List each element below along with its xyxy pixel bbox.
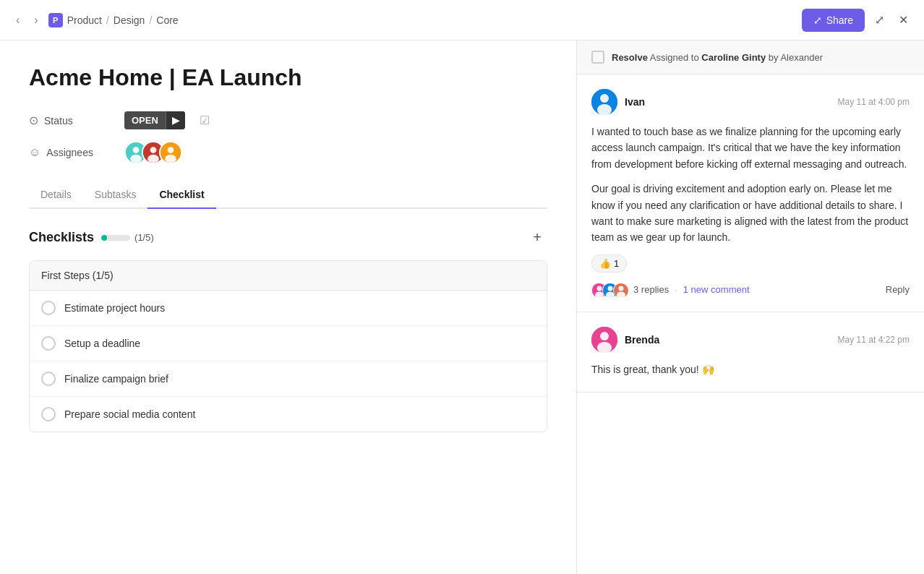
svg-point-8 — [165, 155, 176, 163]
share-label: Share — [826, 14, 853, 26]
ivan-reaction[interactable]: 👍 1 — [591, 254, 627, 273]
svg-point-4 — [150, 147, 157, 154]
breadcrumb-app-icon: P — [48, 13, 63, 27]
topbar: ‹ › P Product / Design / Core ⤢ Share ⤢ … — [0, 0, 924, 40]
ivan-name: Ivan — [625, 96, 645, 108]
status-label: ⊙ Status — [29, 113, 116, 127]
status-row: ⊙ Status OPEN ▶ ☑ — [29, 111, 547, 129]
breadcrumb-product[interactable]: Product — [67, 14, 102, 26]
checklist-item-1-text: Estimate project hours — [64, 302, 165, 314]
svg-point-2 — [130, 155, 142, 163]
checklist-item-1: Estimate project hours — [30, 291, 547, 326]
resolve-by-text: by — [769, 52, 781, 63]
status-badge[interactable]: OPEN ▶ — [124, 111, 185, 129]
comment-ivan-author: Ivan — [591, 89, 645, 115]
check-circle-3[interactable] — [41, 372, 56, 386]
person-icon: ☺ — [29, 146, 40, 159]
tab-details[interactable]: Details — [29, 181, 83, 209]
ivan-time: May 11 at 4:00 pm — [838, 97, 910, 107]
check-circle-4[interactable] — [41, 407, 56, 421]
resolve-assigner: Alexander — [780, 52, 823, 63]
share-button[interactable]: ⤢ Share — [802, 9, 865, 32]
checklist-item-3: Finalize campaign brief — [30, 361, 547, 397]
resolve-bar: Resolve Assigned to Caroline Ginty by Al… — [577, 40, 924, 74]
add-checklist-button[interactable]: + — [527, 226, 547, 249]
brenda-body: This is great, thank you! 🙌 — [591, 361, 910, 377]
ivan-avatar — [591, 89, 617, 115]
checklist-item-3-text: Finalize campaign brief — [64, 373, 168, 385]
dot-separator: · — [675, 284, 677, 295]
new-comment-link[interactable]: 1 new comment — [683, 284, 750, 295]
progress-bar — [101, 235, 130, 241]
topbar-left: ‹ › P Product / Design / Core — [12, 11, 179, 30]
close-icon: ✕ — [899, 14, 908, 26]
svg-point-19 — [619, 286, 624, 291]
avatar-3[interactable] — [159, 141, 182, 164]
breadcrumb-sep-2: / — [149, 14, 152, 26]
expand-button[interactable]: ⤢ — [870, 9, 889, 31]
brenda-time: May 11 at 4:22 pm — [838, 335, 910, 345]
checklist-item-2-text: Setup a deadline — [64, 338, 140, 349]
status-check-icon[interactable]: ☑ — [200, 113, 210, 127]
comment-brenda-header: Brenda May 11 at 4:22 pm — [591, 327, 910, 353]
comment-brenda: Brenda May 11 at 4:22 pm This is great, … — [577, 312, 924, 393]
tab-subtasks[interactable]: Subtasks — [83, 181, 148, 209]
brenda-para-1: This is great, thank you! 🙌 — [591, 361, 910, 377]
comment-ivan-header: Ivan May 11 at 4:00 pm — [591, 89, 910, 115]
share-icon: ⤢ — [813, 14, 822, 26]
resolve-label: Resolve — [612, 52, 648, 63]
progress-label: (1/5) — [134, 232, 154, 243]
ivan-footer: 3 replies · 1 new comment Reply — [591, 283, 910, 297]
resolve-assigned-text: Assigned to — [650, 52, 702, 63]
comment-ivan: Ivan May 11 at 4:00 pm I wanted to touch… — [577, 74, 924, 312]
ivan-para-1: I wanted to touch base as we finalize pl… — [591, 124, 910, 172]
check-circle-1[interactable] — [41, 301, 56, 315]
task-title: Acme Home | EA Launch — [29, 64, 547, 91]
resolve-text: Resolve Assigned to Caroline Ginty by Al… — [612, 52, 823, 63]
checklist-item-4: Prepare social media content — [30, 397, 547, 432]
tabs: Details Subtasks Checklist — [29, 181, 547, 209]
status-icon: ⊙ — [29, 113, 38, 127]
close-button[interactable]: ✕ — [894, 9, 912, 31]
svg-point-7 — [168, 147, 174, 154]
comment-brenda-author: Brenda — [591, 327, 659, 353]
brenda-name: Brenda — [625, 334, 659, 346]
svg-point-1 — [133, 147, 140, 154]
topbar-right: ⤢ Share ⤢ ✕ — [802, 9, 912, 32]
reply-avatars — [591, 283, 628, 297]
replies-count[interactable]: 3 replies — [633, 284, 669, 295]
left-panel: Acme Home | EA Launch ⊙ Status OPEN ▶ ☑ … — [0, 40, 577, 574]
resolve-checkbox[interactable] — [591, 51, 604, 64]
svg-point-16 — [608, 286, 613, 291]
checklist-item-4-text: Prepare social media content — [64, 408, 195, 420]
breadcrumb-design[interactable]: Design — [114, 14, 145, 26]
status-value: OPEN — [124, 111, 166, 129]
ivan-footer-left: 3 replies · 1 new comment — [591, 283, 750, 297]
check-circle-2[interactable] — [41, 336, 56, 351]
breadcrumb-core[interactable]: Core — [156, 14, 178, 26]
reply-avatar-3 — [613, 283, 628, 297]
ivan-para-2: Our goal is driving excitement and adopt… — [591, 181, 910, 246]
ivan-body: I wanted to touch base as we finalize pl… — [591, 124, 910, 246]
svg-point-5 — [147, 155, 159, 163]
ivan-reply-button[interactable]: Reply — [886, 284, 910, 295]
checklist-group-header: First Steps (1/5) — [30, 261, 547, 291]
svg-point-22 — [600, 332, 609, 340]
progress-fill — [101, 235, 107, 241]
brenda-avatar — [591, 327, 617, 353]
back-button[interactable]: ‹ — [12, 11, 24, 30]
checklist-group: First Steps (1/5) Estimate project hours… — [29, 260, 547, 432]
assignees-label: ☺ Assignees — [29, 146, 116, 159]
tab-checklist[interactable]: Checklist — [147, 181, 215, 209]
assignees-list — [124, 141, 182, 164]
status-arrow-icon: ▶ — [166, 111, 185, 129]
checklists-header: Checklists (1/5) + — [29, 226, 547, 249]
svg-point-13 — [597, 286, 602, 291]
right-panel: Resolve Assigned to Caroline Ginty by Al… — [577, 40, 924, 574]
checklist-item-2: Setup a deadline — [30, 326, 547, 361]
reaction-count: 1 — [614, 258, 619, 269]
forward-button[interactable]: › — [30, 11, 42, 30]
svg-point-10 — [600, 94, 609, 103]
breadcrumb-sep-1: / — [106, 14, 109, 26]
expand-icon: ⤢ — [875, 14, 884, 26]
